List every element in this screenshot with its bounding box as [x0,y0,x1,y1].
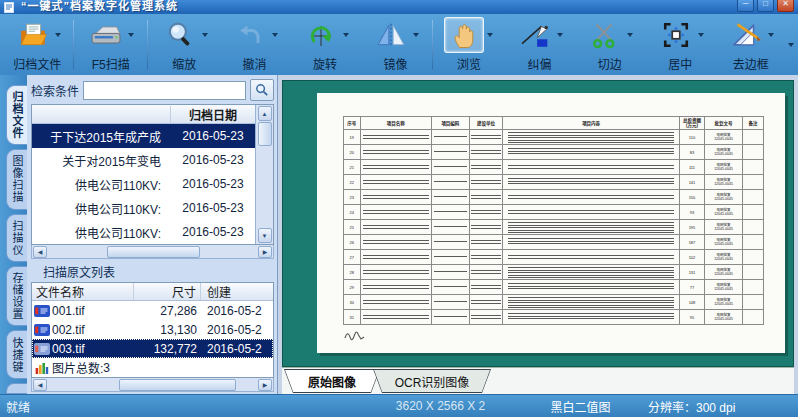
scrollbar-thumb[interactable] [107,246,201,258]
close-button[interactable]: ✕ [777,0,794,12]
tab-original-image[interactable]: 原始图像 [284,369,380,393]
scissors-icon [591,21,619,49]
archive-list-header[interactable]: 归档日期 [32,105,255,124]
doc-table-row: 21111电网批复12045-0045 [343,160,763,175]
status-bar: 就绪 3620 X 2566 X 2 黑白二值图 分辨率：300 dpi [0,394,798,417]
doc-table-header: 序号项目名称项目编码建设单位项目内容总投资额(万元)批复文号备注 [343,117,763,130]
toolbar-button-label: 浏览 [457,55,481,72]
doc-table-row: 30148电网批复12045-0045 [343,295,763,310]
toolbar-overflow-button[interactable] [786,15,796,74]
toolbar-button-mirror[interactable]: 镜像 [360,15,430,74]
tab-ocr-image[interactable]: OCR识别图像 [373,369,491,393]
doc-col-header: 备注 [742,117,763,130]
scroll-down-icon[interactable]: ▼ [258,228,272,243]
archive-list-row[interactable]: 关于对2015年变电 2016-05-23 [32,148,255,172]
toolbar-button-archive[interactable]: 归档文件 [2,15,72,74]
doc-table-row: 26187电网批复12045-0045 [343,235,763,250]
sidebar-tab-scanner[interactable]: 扫描仪 [6,214,27,262]
toolbar-button-center[interactable]: 居中 [645,15,715,74]
dropdown-arrow-icon[interactable] [557,33,563,37]
tab-label: 原始图像 [292,373,372,390]
dropdown-arrow-icon[interactable] [343,33,349,37]
archive-list-row[interactable]: 供电公司110KV: 2016-05-23 [32,220,255,244]
file-row-size: 13,130 [135,323,201,337]
archive-list-row[interactable]: 供电公司110KV: 2016-05-23 [32,196,255,220]
toolbar-button-deframe[interactable]: 去边框 [716,15,786,74]
preview-canvas[interactable]: 序号项目名称项目编码建设单位项目内容总投资额(万元)批复文号备注19110电网批… [282,80,794,367]
archive-list-row[interactable]: 于下达2015年成产成 2016-05-23 [32,124,255,148]
scroll-up-icon[interactable]: ▲ [258,106,272,121]
scanner-icon [91,24,121,46]
status-image-dimensions: 3620 X 2566 X 2 [358,399,523,413]
file-col-created[interactable]: 创建 [200,283,273,300]
file-list-header[interactable]: 文件名称 尺寸 创建 [32,283,273,301]
minimize-button[interactable]: ─ [737,0,754,12]
search-input[interactable] [83,81,246,100]
dropdown-arrow-icon[interactable] [698,33,704,37]
sidebar-tab-shortcuts[interactable]: 快捷键 [6,330,27,378]
doc-table-body: 序号项目名称项目编码建设单位项目内容总投资额(万元)批复文号备注19110电网批… [343,117,763,325]
scroll-right-icon[interactable]: ▶ [258,246,272,258]
image-total-row: 图片总数: 3 [32,358,273,377]
file-list-row[interactable]: 002.tif 13,130 2016-05-2 [32,320,273,339]
file-list-row[interactable]: 001.tif 27,286 2016-05-2 [32,301,273,320]
doc-table: 序号项目名称项目编码建设单位项目内容总投资额(万元)批复文号备注19110电网批… [343,116,764,325]
archive-row-name: 于下达2015年成产成 [32,128,171,145]
sidebar-tab-storage-settings[interactable]: 存储设置 [6,266,27,326]
doc-col-header: 项目内容 [503,117,679,130]
toolbar-button-rotate[interactable]: 旋转 [290,15,360,74]
toolbar-button-deskew[interactable]: 纠偏 [504,15,574,74]
sidebar-tab-image-scan[interactable]: 图像扫描 [6,149,27,209]
dropdown-arrow-icon[interactable] [202,33,208,37]
archive-horizontal-scrollbar[interactable]: ◀ ▶ [31,245,274,259]
scroll-right-icon[interactable]: ▶ [258,379,272,391]
scanned-document-page[interactable]: 序号项目名称项目编码建设单位项目内容总投资额(万元)批复文号备注19110电网批… [317,93,785,353]
file-row-size: 27,286 [135,304,201,318]
dropdown-arrow-icon[interactable] [55,33,61,37]
doc-col-header: 项目编码 [431,117,469,130]
scrollbar-thumb[interactable] [119,379,236,391]
scroll-left-icon[interactable]: ◀ [33,246,47,258]
archive-vertical-scrollbar[interactable]: ▲ ▼ [255,105,273,244]
toolbar-button-label: 去边框 [733,55,769,72]
file-horizontal-scrollbar[interactable]: ◀ ▶ [31,378,274,392]
toolbar-button-zoom[interactable]: 缩放 [149,15,219,74]
doc-table-row: 3195电网批复12045-0045 [343,310,763,325]
file-list-row[interactable]: 003.tif 132,772 2016-05-2 [32,339,273,358]
rotate-icon [307,21,335,49]
file-col-name[interactable]: 文件名称 [32,283,133,300]
hand-icon [452,22,476,49]
sidebar-tab-archive-file[interactable]: 归档文件 [6,85,27,145]
dropdown-arrow-icon[interactable] [487,33,493,37]
dropdown-arrow-icon[interactable] [413,33,419,37]
sidebar-tab-partial[interactable] [6,383,27,394]
maximize-button[interactable]: □ [757,0,774,12]
file-col-size[interactable]: 尺寸 [133,283,200,300]
doc-col-header: 项目名称 [360,117,431,130]
image-total-label: 图片总数: [52,359,103,376]
toolbar-button-crop[interactable]: 切边 [575,15,645,74]
doc-col-header: 建设单位 [469,117,503,130]
doc-table-row: 25195电网批复12045-0045 [343,220,763,235]
preview-pane: 序号项目名称项目编码建设单位项目内容总投资额(万元)批复文号备注19110电网批… [278,75,798,394]
toolbar-button-browse[interactable]: 浏览 [434,15,504,74]
scrollbar-thumb[interactable] [258,122,272,146]
toolbar-button-undo: 撤消 [219,15,289,74]
file-row-name: 002.tif [52,323,135,337]
toolbar-button-scan[interactable]: F5扫描 [75,15,145,74]
search-button[interactable] [250,79,274,101]
archive-col-date[interactable]: 归档日期 [170,106,255,123]
archive-row-date: 2016-05-23 [171,201,255,215]
dropdown-arrow-icon[interactable] [627,33,633,37]
tif-file-icon [34,324,50,336]
file-row-created: 2016-05-2 [201,342,273,356]
tif-file-icon [34,343,50,355]
scroll-left-icon[interactable]: ◀ [33,379,47,391]
doc-col-header: 总投资额(万元) [679,117,704,130]
toolbar-button-label: 切边 [598,55,622,72]
app-icon [4,2,16,13]
archive-list-row[interactable]: 供电公司110KV: 2016-05-23 [32,172,255,196]
dropdown-arrow-icon[interactable] [128,33,134,37]
archive-row-name: 供电公司110KV: [32,200,171,217]
dropdown-arrow-icon[interactable] [768,33,774,37]
